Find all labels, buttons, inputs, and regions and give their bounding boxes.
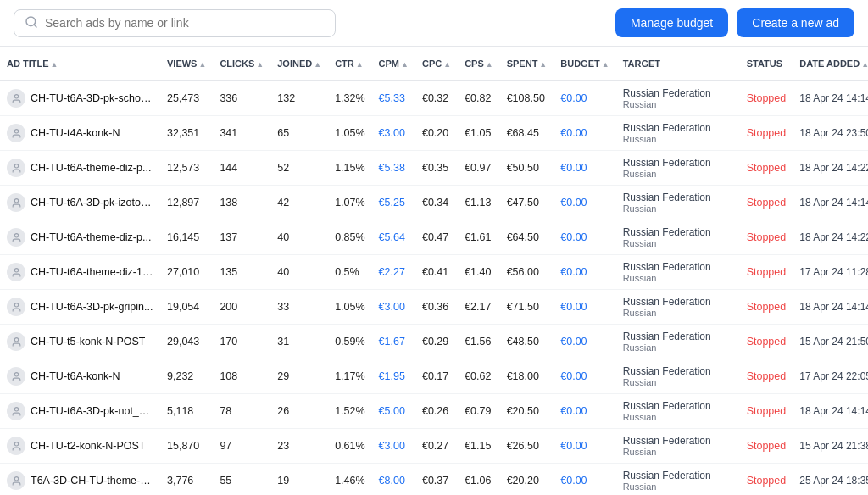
cell-cpm: €5.33: [372, 81, 415, 116]
cpm-value: €3.00: [379, 440, 405, 452]
cell-cps: €1.56: [458, 325, 500, 359]
ad-title-text: CH-TU-t6A-3D-pk-gripin...: [31, 301, 153, 313]
cpm-value: €5.00: [379, 405, 405, 417]
header-buttons: Manage budget Create a new ad: [615, 8, 854, 37]
cell-spent: €68.45: [500, 116, 554, 151]
col-header-title[interactable]: AD TITLE▲: [0, 47, 160, 81]
cell-ctr: 0.61%: [328, 429, 371, 464]
svg-point-4: [14, 164, 18, 167]
svg-point-11: [14, 407, 18, 410]
col-header-cpc[interactable]: CPC▲: [415, 47, 458, 81]
cell-clicks: 135: [213, 255, 270, 290]
cell-views: 16,145: [160, 220, 213, 255]
search-input[interactable]: [45, 16, 325, 30]
ad-title-text: CH-TU-t4A-konk-N: [31, 127, 120, 139]
date-value: 17 Apr 24 11:28: [799, 266, 868, 278]
cpm-value: €1.95: [379, 370, 405, 382]
target-cell: Russian FederationRussian: [623, 296, 733, 318]
cell-joined: 65: [270, 116, 328, 151]
cell-date: 18 Apr 24 14:14: [793, 81, 868, 116]
target-country: Russian Federation: [623, 435, 733, 447]
cell-target: Russian FederationRussian: [616, 464, 740, 496]
col-header-ctr[interactable]: CTR▲: [328, 47, 371, 81]
target-country: Russian Federation: [623, 470, 733, 481]
budget-value: €0.00: [560, 440, 587, 452]
cell-budget: €0.00: [554, 186, 615, 220]
create-new-ad-button[interactable]: Create a new ad: [737, 8, 854, 37]
ad-title-cell: CH-TU-t6A-konk-N: [7, 367, 153, 386]
svg-point-5: [14, 198, 18, 202]
sort-arrow-cpc: ▲: [443, 60, 451, 69]
cell-views: 32,351: [160, 116, 213, 151]
ad-title-text: CH-TU-t6A-3D-pk-izotov...: [31, 197, 153, 209]
cell-clicks: 170: [213, 325, 270, 359]
cell-views: 15,870: [160, 429, 213, 464]
sort-arrow-cps: ▲: [486, 60, 493, 69]
cell-status: Stopped: [740, 116, 793, 151]
cell-target: Russian FederationRussian: [616, 290, 740, 325]
cell-cpc: €0.20: [415, 116, 458, 151]
avatar: [7, 228, 25, 247]
avatar: [7, 367, 25, 386]
cell-date: 15 Apr 24 21:50: [793, 325, 868, 359]
col-header-spent[interactable]: SPENT▲: [500, 47, 554, 81]
cell-status: Stopped: [740, 186, 793, 220]
date-value: 18 Apr 24 14:22: [799, 231, 868, 243]
cell-spent: €48.50: [500, 325, 554, 359]
target-language: Russian: [623, 377, 733, 387]
col-header-cpm[interactable]: CPM▲: [372, 47, 415, 81]
cell-cps: €0.82: [458, 81, 500, 116]
ad-title-text: CH-TU-t6A-theme-diz-p...: [31, 162, 151, 174]
date-value: 25 Apr 24 18:35: [799, 475, 868, 487]
col-header-budget[interactable]: BUDGET▲: [554, 47, 615, 81]
cell-date: 15 Apr 24 21:38: [793, 429, 868, 464]
avatar: [7, 402, 25, 420]
target-language: Russian: [623, 238, 733, 248]
svg-point-9: [14, 337, 18, 341]
cell-joined: 42: [270, 186, 328, 220]
svg-point-7: [14, 268, 18, 271]
col-header-joined[interactable]: JOINED▲: [270, 47, 328, 81]
status-badge: Stopped: [747, 336, 787, 348]
cell-joined: 31: [270, 325, 328, 359]
ad-title-cell: CH-TU-t4A-konk-N: [7, 124, 153, 142]
avatar: [7, 437, 25, 455]
col-header-clicks[interactable]: CLICKS▲: [213, 47, 270, 81]
target-country: Russian Federation: [623, 331, 733, 342]
cell-target: Russian FederationRussian: [616, 116, 740, 151]
ad-title-cell: CH-TU-t2-konk-N-POST: [7, 437, 153, 455]
col-header-cps[interactable]: CPS▲: [458, 47, 500, 81]
cell-ctr: 1.52%: [328, 394, 371, 429]
ad-title-text: CH-TU-t6A-theme-diz-1-N: [31, 266, 153, 278]
budget-value: €0.00: [560, 475, 587, 487]
status-badge: Stopped: [747, 92, 787, 104]
cell-spent: €71.50: [500, 290, 554, 325]
avatar: [7, 124, 25, 142]
cell-budget: €0.00: [554, 325, 615, 359]
col-header-date_added[interactable]: DATE ADDED▲: [793, 47, 868, 81]
cell-cpc: €0.26: [415, 394, 458, 429]
cell-ctr: 1.46%: [328, 464, 371, 496]
cell-joined: 132: [270, 81, 328, 116]
target-country: Russian Federation: [623, 296, 733, 308]
cell-joined: 40: [270, 255, 328, 290]
col-header-target: TARGET: [616, 47, 740, 81]
cell-joined: 26: [270, 394, 328, 429]
cell-cps: €0.97: [458, 151, 500, 186]
search-wrap: [14, 9, 336, 37]
cell-status: Stopped: [740, 290, 793, 325]
table-row: CH-TU-t6A-theme-diz-p... 12,573144521.15…: [0, 151, 868, 186]
budget-value: €0.00: [560, 301, 587, 313]
ad-title-cell: CH-TU-t6A-theme-diz-p...: [7, 159, 153, 177]
col-header-views[interactable]: VIEWS▲: [160, 47, 213, 81]
cell-ctr: 1.32%: [328, 81, 371, 116]
status-badge: Stopped: [747, 197, 787, 209]
manage-budget-button[interactable]: Manage budget: [615, 8, 728, 37]
cell-status: Stopped: [740, 464, 793, 496]
avatar: [7, 298, 25, 316]
cpm-value: €5.64: [379, 231, 405, 243]
cell-cpm: €8.00: [372, 464, 415, 496]
avatar: [7, 193, 25, 212]
table-row: CH-TU-t6A-konk-N 9,232108291.17%€1.95€0.…: [0, 359, 868, 394]
date-value: 18 Apr 24 14:14: [799, 301, 868, 313]
